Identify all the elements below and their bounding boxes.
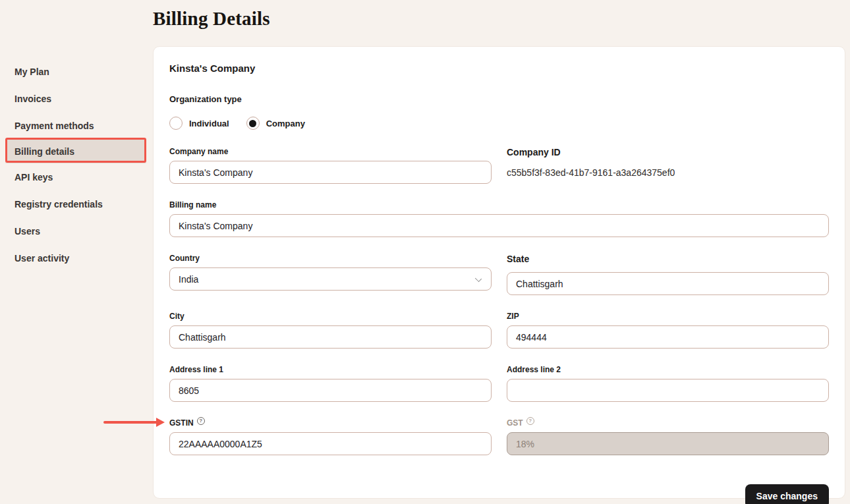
- sidebar-item-user-activity[interactable]: User activity: [0, 244, 153, 271]
- field-zip: ZIP: [507, 312, 829, 349]
- field-country: Country: [169, 254, 492, 295]
- radio-company[interactable]: Company: [246, 117, 305, 130]
- sidebar-item-payment-methods[interactable]: Payment methods: [0, 112, 153, 139]
- radio-circle-icon: [246, 117, 260, 130]
- address-line-2-label: Address line 2: [507, 365, 829, 374]
- billing-name-input[interactable]: [169, 214, 829, 237]
- zip-label: ZIP: [507, 312, 829, 321]
- field-gst: GST ?: [507, 418, 829, 455]
- field-company-name: Company name: [169, 147, 492, 184]
- billing-details-card: Kinsta's Company Organization type Indiv…: [153, 46, 845, 499]
- organization-type-label: Organization type: [169, 94, 829, 104]
- company-id-label: Company ID: [507, 147, 829, 157]
- sidebar: My Plan Invoices Payment methods Billing…: [0, 58, 153, 271]
- address-line-1-input[interactable]: [169, 379, 492, 402]
- page-title: Billing Details: [153, 8, 270, 30]
- field-address-line-2: Address line 2: [507, 365, 829, 402]
- company-name-label: Company name: [169, 147, 492, 156]
- billing-name-label: Billing name: [169, 200, 829, 210]
- gst-label-text: GST: [507, 418, 523, 428]
- save-changes-button[interactable]: Save changes: [745, 484, 829, 504]
- gst-input: [507, 432, 829, 455]
- card-actions: Save changes: [169, 484, 829, 504]
- gst-help-icon[interactable]: ?: [526, 417, 534, 425]
- company-name-input[interactable]: [169, 161, 492, 184]
- country-select[interactable]: [169, 267, 492, 291]
- gstin-label: GSTIN ?: [169, 418, 492, 428]
- country-label: Country: [169, 254, 492, 263]
- zip-input[interactable]: [507, 325, 829, 349]
- radio-individual[interactable]: Individual: [169, 117, 229, 130]
- field-city: City: [169, 312, 492, 349]
- address-line-2-input[interactable]: [507, 379, 829, 402]
- gst-label: GST ?: [507, 418, 829, 428]
- address-line-1-label: Address line 1: [169, 365, 492, 374]
- city-input[interactable]: [169, 325, 492, 349]
- state-label: State: [507, 254, 829, 264]
- state-input[interactable]: [507, 272, 829, 295]
- sidebar-item-users[interactable]: Users: [0, 217, 153, 244]
- company-id-value: c55b5f3f-83ed-41b7-9161-a3a264375ef0: [507, 165, 829, 178]
- billing-form: Company name Company ID c55b5f3f-83ed-41…: [169, 147, 829, 472]
- sidebar-item-billing-details[interactable]: Billing details: [5, 139, 146, 163]
- company-heading: Kinsta's Company: [169, 63, 829, 74]
- field-company-id: Company ID c55b5f3f-83ed-41b7-9161-a3a26…: [507, 147, 829, 184]
- radio-circle-icon: [169, 117, 183, 130]
- sidebar-item-my-plan[interactable]: My Plan: [0, 58, 153, 85]
- radio-individual-label: Individual: [189, 119, 229, 128]
- city-label: City: [169, 312, 492, 321]
- gstin-help-icon[interactable]: ?: [197, 417, 205, 425]
- field-address-line-1: Address line 1: [169, 365, 492, 402]
- gstin-label-text: GSTIN: [169, 418, 194, 428]
- organization-type-radio-group: Individual Company: [169, 117, 829, 130]
- gstin-input[interactable]: [169, 432, 492, 455]
- sidebar-item-invoices[interactable]: Invoices: [0, 85, 153, 112]
- field-gstin: GSTIN ?: [169, 418, 492, 455]
- field-billing-name: Billing name: [169, 200, 829, 237]
- sidebar-item-registry-credentials[interactable]: Registry credentials: [0, 190, 153, 217]
- radio-company-label: Company: [266, 119, 305, 128]
- sidebar-item-api-keys[interactable]: API keys: [0, 163, 153, 190]
- field-state: State: [507, 254, 829, 295]
